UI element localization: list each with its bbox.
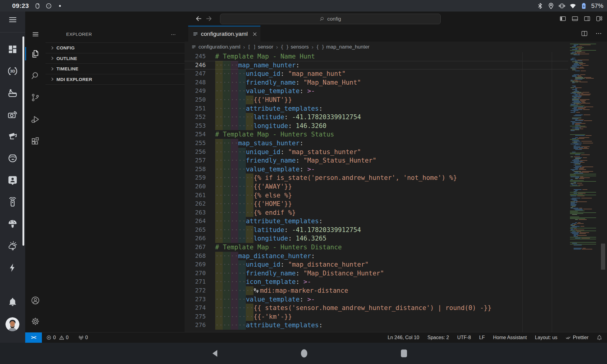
app-shortcut-weather-pouring[interactable] bbox=[0, 235, 25, 257]
code-line-265[interactable]: 265··········latitude: -41.1782033991275… bbox=[185, 226, 568, 234]
layout-sidebar-left-icon[interactable] bbox=[559, 15, 566, 22]
code-line-245[interactable]: 245# Template Map - Name Hunt bbox=[185, 52, 568, 61]
user-avatar[interactable] bbox=[5, 317, 19, 331]
app-shortcut-fishbowl[interactable] bbox=[0, 147, 25, 169]
app-shortcut-hot-tub[interactable] bbox=[0, 82, 25, 104]
status-ports-forwarded[interactable]: 0 bbox=[78, 335, 88, 340]
code-line-257[interactable]: 257········friendly_name: "Map_Status_Hu… bbox=[185, 156, 568, 165]
status-eol[interactable]: LF bbox=[479, 335, 485, 340]
code-line-258[interactable]: 258········value_template: >- bbox=[185, 165, 568, 174]
explorer-section-mdi-explorer[interactable]: MDI EXPLORER bbox=[46, 74, 185, 85]
code-line-264[interactable]: 264········attribute_templates: bbox=[185, 217, 568, 226]
history-back-button[interactable] bbox=[195, 15, 202, 22]
code-line-246[interactable]: 246······map_name_hunter: bbox=[185, 61, 568, 70]
editor-scrollbar[interactable] bbox=[601, 244, 605, 270]
code-line-259[interactable]: 259··········{% if is_state('person.andr… bbox=[185, 174, 568, 182]
layout-customize-icon[interactable] bbox=[596, 15, 603, 22]
code-line-256[interactable]: 256········unique_id: "map_status_hunter… bbox=[185, 148, 568, 157]
breadcrumb-item[interactable]: [ ]sensor bbox=[248, 44, 273, 50]
status-cursor-position[interactable]: Ln 246, Col 10 bbox=[388, 335, 419, 340]
code-line-249[interactable]: 249········value_template: >- bbox=[185, 87, 568, 96]
status-problems-warnings[interactable]: 0 bbox=[59, 335, 69, 340]
code-line-275[interactable]: 275··········{{-'km'-}} bbox=[185, 312, 568, 321]
status-notifications-bell[interactable] bbox=[597, 335, 602, 340]
code-line-252[interactable]: 252··········latitude: -41.1782033991275… bbox=[185, 113, 568, 122]
status-language-mode[interactable]: Home Assistant bbox=[493, 335, 527, 340]
nav-recents-button[interactable] bbox=[399, 349, 409, 358]
remote-indicator[interactable]: >< bbox=[25, 332, 42, 343]
layout-sidebar-right-icon[interactable] bbox=[584, 15, 591, 22]
mdi-map-marker-distance-icon bbox=[253, 287, 259, 292]
app-shortcut-remote-control[interactable] bbox=[0, 191, 25, 213]
code-line-263[interactable]: 263··········{% endif %} bbox=[185, 208, 568, 217]
rail-scrollbar[interactable] bbox=[22, 36, 24, 246]
history-forward-button[interactable] bbox=[205, 15, 213, 22]
app-shortcut-cctv[interactable] bbox=[0, 126, 25, 147]
activity-search-button[interactable] bbox=[25, 65, 46, 86]
application-menu-button[interactable] bbox=[25, 26, 46, 43]
layout-panel-icon[interactable] bbox=[571, 15, 578, 22]
code-line-276[interactable]: 276········attribute_templates: bbox=[185, 321, 568, 330]
code-line-273[interactable]: 273········value_template: >- bbox=[185, 295, 568, 304]
activity-settings-button[interactable] bbox=[25, 317, 46, 326]
nav-back-button[interactable] bbox=[211, 349, 220, 358]
explorer-more-actions-button[interactable] bbox=[171, 32, 176, 37]
status-keyboard-layout[interactable]: Layout: us bbox=[535, 335, 558, 340]
activity-explorer-button[interactable] bbox=[25, 43, 46, 65]
app-shortcut-flash[interactable] bbox=[0, 257, 25, 278]
breadcrumb-item[interactable]: configuration.yaml bbox=[191, 44, 240, 50]
code-line-251[interactable]: 251········attribute_templates: bbox=[185, 104, 568, 113]
activity-extensions-button[interactable] bbox=[25, 130, 46, 152]
drawer-menu-button[interactable] bbox=[0, 12, 25, 28]
more-actions-icon[interactable] bbox=[595, 30, 602, 37]
breadcrumb-item[interactable]: { }sensors bbox=[281, 44, 309, 50]
code-line-255[interactable]: 255······map_staus_hunter: bbox=[185, 139, 568, 148]
explorer-section-outline[interactable]: OUTLINE bbox=[46, 53, 185, 64]
indent-whitespace: ········ bbox=[215, 269, 246, 278]
app-shortcut-mushroom[interactable] bbox=[0, 213, 25, 235]
activity-source-control-button[interactable] bbox=[25, 86, 46, 108]
status-indentation[interactable]: Spaces: 2 bbox=[427, 335, 449, 340]
command-center-search[interactable]: config bbox=[220, 14, 441, 24]
code-line-274[interactable]: 274··········{{ states('sensor.home_andr… bbox=[185, 304, 568, 312]
layout-controls bbox=[559, 15, 603, 22]
app-shortcut-dashboard[interactable] bbox=[0, 38, 25, 60]
close-tab-button[interactable] bbox=[252, 31, 258, 37]
code-token: : bbox=[319, 105, 323, 112]
notifications-button[interactable] bbox=[8, 297, 17, 307]
code-line-261[interactable]: 261··········{% else %} bbox=[185, 191, 568, 200]
status-formatter-prettier[interactable]: Prettier bbox=[565, 335, 588, 340]
code-line-271[interactable]: 271········icon_template: >- bbox=[185, 278, 568, 286]
tab-configuration-yaml[interactable]: configuration.yaml bbox=[188, 26, 260, 42]
code-line-254[interactable]: 254# Template Map - Hunters Status bbox=[185, 130, 568, 139]
code-editor[interactable]: 245# Template Map - Name Hunt246······ma… bbox=[185, 52, 568, 330]
code-line-267[interactable]: 267# Template Map - Hunters Distance bbox=[185, 243, 568, 252]
explorer-section-config[interactable]: CONFIG bbox=[46, 42, 185, 53]
indent-whitespace: ········ bbox=[215, 217, 246, 226]
code-line-269[interactable]: 269········unique_id: "map_distance_hunt… bbox=[185, 260, 568, 269]
split-editor-icon[interactable] bbox=[581, 30, 588, 37]
code-line-247[interactable]: 247········unique_id: "map_name_hunt" bbox=[185, 69, 568, 78]
breadcrumb-item[interactable]: { }map_name_hunter bbox=[316, 44, 370, 50]
code-line-250[interactable]: 250··········{{'HUNT'}} bbox=[185, 96, 568, 104]
tab-bar: configuration.yaml bbox=[185, 26, 607, 42]
status-encoding[interactable]: UTF-8 bbox=[457, 335, 471, 340]
explorer-section-timeline[interactable]: TIMELINE bbox=[46, 63, 185, 74]
status-problems-errors[interactable]: 0 bbox=[46, 335, 56, 340]
app-shortcut-camera-linked[interactable] bbox=[0, 104, 25, 126]
code-token: latitude bbox=[253, 113, 284, 121]
code-line-272[interactable]: 272··········mdi:map-marker-distance bbox=[185, 286, 568, 295]
code-line-253[interactable]: 253··········longitude: 146.3260 bbox=[185, 122, 568, 130]
code-line-268[interactable]: 268······map_distance_hunter: bbox=[185, 252, 568, 261]
code-line-248[interactable]: 248········friendly_name: "Map_Name_Hunt… bbox=[185, 78, 568, 87]
app-shortcut-rotation-3d[interactable]: 3D bbox=[0, 60, 25, 82]
code-line-260[interactable]: 260··········{{'AWAY'}} bbox=[185, 182, 568, 191]
minimap[interactable] bbox=[568, 42, 599, 251]
code-line-262[interactable]: 262··········{{'HOME'}} bbox=[185, 200, 568, 208]
nav-home-button[interactable] bbox=[299, 349, 309, 358]
activity-accounts-button[interactable] bbox=[25, 296, 46, 305]
code-line-270[interactable]: 270········friendly_name: "Map_Distance_… bbox=[185, 269, 568, 278]
app-shortcut-person-pin[interactable] bbox=[0, 169, 25, 191]
activity-run-debug-button[interactable] bbox=[25, 108, 46, 130]
code-line-266[interactable]: 266··········longitude: 146.3265 bbox=[185, 234, 568, 243]
